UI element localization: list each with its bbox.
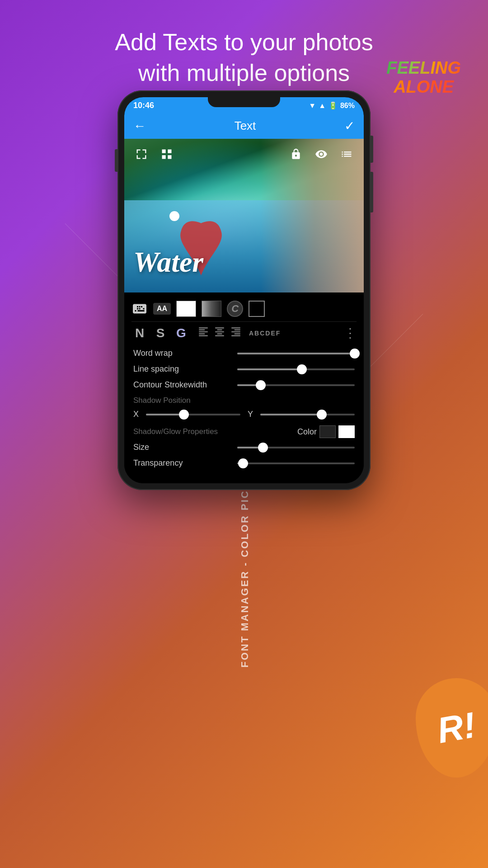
phone-notch xyxy=(208,97,280,107)
shadow-x-track[interactable] xyxy=(146,414,240,415)
confirm-button[interactable]: ✓ xyxy=(344,118,355,133)
style-glow-button[interactable]: G xyxy=(173,326,189,340)
line-spacing-label: Line spacing xyxy=(133,364,233,374)
size-slider-row: Size xyxy=(133,443,355,452)
wifi-icon: ▼ xyxy=(309,102,316,110)
signal-icon: ▲ xyxy=(319,102,326,110)
contour-label: Contour Strokewidth xyxy=(133,380,233,390)
battery-icon: 🔋 xyxy=(328,101,338,110)
align-left-button[interactable] xyxy=(197,326,209,340)
line-spacing-slider-row: Line spacing xyxy=(133,364,355,374)
style-normal-button[interactable]: N xyxy=(131,326,148,340)
watermark-feeling-alone: FEELING ALONE xyxy=(386,59,461,97)
photo-canvas[interactable]: Water xyxy=(124,139,364,292)
y-axis-label: Y xyxy=(248,410,257,419)
battery-percent: 86% xyxy=(340,102,355,110)
shadow-color-swatch-dark[interactable] xyxy=(319,425,336,438)
expand-icon[interactable] xyxy=(133,146,150,162)
transparency-track[interactable] xyxy=(237,462,355,464)
transparency-label: Transparency xyxy=(133,458,233,468)
align-center-button[interactable] xyxy=(214,326,225,340)
color-gradient-swatch[interactable] xyxy=(202,301,221,317)
line-spacing-track[interactable] xyxy=(237,368,355,370)
contour-slider-row: Contour Strokewidth xyxy=(133,380,355,390)
shadow-position-label: Shadow Position xyxy=(133,396,355,405)
keyboard-icon[interactable] xyxy=(131,301,148,317)
size-label: Size xyxy=(133,443,233,452)
more-options-button[interactable]: ⋮ xyxy=(344,326,357,340)
lock-icon[interactable] xyxy=(288,146,304,162)
canvas-toolbar xyxy=(124,143,364,165)
power-button xyxy=(371,136,373,163)
phone-container: 10:46 ▼ ▲ 🔋 86% ← Text ✓ xyxy=(117,90,371,490)
color-swatches: Color xyxy=(297,425,355,438)
list-icon[interactable] xyxy=(338,146,355,162)
transparency-slider-row: Transparency xyxy=(133,458,355,468)
word-wrap-track[interactable] xyxy=(237,353,355,354)
back-button[interactable]: ← xyxy=(133,119,146,133)
sliders-section: Word wrap Line spacing xyxy=(131,345,357,478)
eye-icon[interactable] xyxy=(313,146,329,162)
size-track[interactable] xyxy=(237,447,355,448)
app-bar: ← Text ✓ xyxy=(124,113,364,139)
shape-outline-icon[interactable] xyxy=(249,301,265,317)
shadow-y-track[interactable] xyxy=(260,414,355,415)
icon-row-1: AA C xyxy=(131,298,357,322)
text-style-button[interactable]: ABCDEF xyxy=(249,330,281,337)
contour-icon[interactable]: C xyxy=(227,301,243,317)
app-bar-title: Text xyxy=(235,119,256,133)
word-wrap-label: Word wrap xyxy=(133,349,233,358)
shadow-glow-header: Shadow/Glow Properties Color xyxy=(133,425,355,438)
bottom-controls: AA C N S G xyxy=(124,292,364,483)
font-size-icon[interactable]: AA xyxy=(153,303,171,315)
canvas-text-water[interactable]: Water xyxy=(133,245,203,279)
style-row: N S G ABCDEF ⋮ xyxy=(131,322,357,345)
shadow-glow-label: Shadow/Glow Properties xyxy=(133,427,218,436)
color-label: Color xyxy=(297,427,317,437)
color-white-swatch[interactable] xyxy=(176,301,196,317)
volume-down-button xyxy=(115,149,117,172)
word-wrap-slider-row: Word wrap xyxy=(133,349,355,358)
canvas-dot[interactable] xyxy=(169,211,179,221)
phone-screen: 10:46 ▼ ▲ 🔋 86% ← Text ✓ xyxy=(124,97,364,483)
contour-track[interactable] xyxy=(237,384,355,386)
style-shadow-button[interactable]: S xyxy=(152,326,169,340)
shadow-color-swatch-white[interactable] xyxy=(338,425,355,438)
align-right-button[interactable] xyxy=(230,326,242,340)
x-axis-label: X xyxy=(133,410,142,419)
grid-icon[interactable] xyxy=(159,146,175,162)
shadow-position-controls: X Y xyxy=(133,410,355,419)
status-time: 10:46 xyxy=(133,101,154,110)
volume-button xyxy=(371,172,373,212)
bottom-right-decoration: R! xyxy=(416,678,488,778)
status-icons: ▼ ▲ 🔋 86% xyxy=(309,101,355,110)
